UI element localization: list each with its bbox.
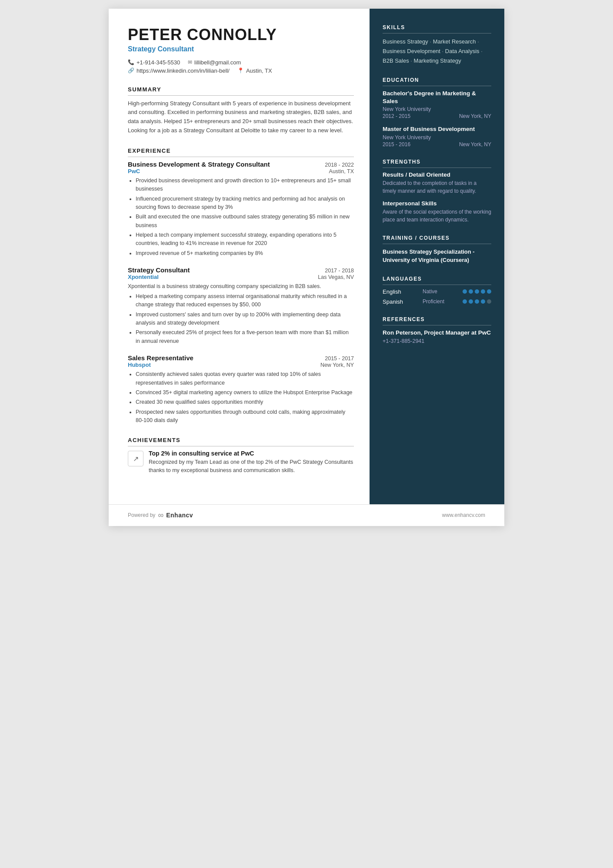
strength-item-results: Results / Detail Oriented Dedicated to t… — [383, 171, 491, 195]
contact-row-1: 📞 +1-914-345-5530 ✉ lillibell@gmail.com — [128, 59, 354, 66]
lang-name-spanish: Spanish — [383, 298, 413, 305]
exp-title-xpontential: Strategy Consultant — [128, 266, 190, 274]
edu-degree-master: Master of Business Development — [383, 125, 491, 133]
references-section: REFERENCES Ron Peterson, Project Manager… — [383, 316, 491, 345]
dot — [463, 289, 467, 294]
edu-degree-bachelor: Bachelor's Degree in Marketing & Sales — [383, 90, 491, 105]
language-item-english: English Native — [383, 288, 491, 295]
languages-title: LANGUAGES — [383, 276, 491, 285]
edu-dates-master: 2015 - 2016 New York, NY — [383, 141, 491, 147]
dot — [481, 289, 485, 294]
edu-location: New York, NY — [459, 113, 491, 119]
strengths-title: STRENGTHS — [383, 159, 491, 168]
skills-text: Business Strategy · Market Research · Bu… — [383, 37, 491, 66]
phone-number: +1-914-345-5530 — [137, 59, 180, 66]
exp-bullet: Built and executed the one massive outbo… — [136, 213, 354, 230]
exp-desc-xpontential: Xpontential is a business strategy consu… — [128, 282, 354, 291]
experience-item-pwc: Business Development & Strategy Consulta… — [128, 161, 354, 258]
training-text: Business Strategy Specialization - Unive… — [383, 248, 491, 265]
left-column: PETER CONNOLLY Strategy Consultant 📞 +1-… — [109, 9, 370, 504]
dot — [475, 289, 479, 294]
strength-item-interpersonal: Interpersonal Skills Aware of the social… — [383, 200, 491, 224]
resume-wrapper: PETER CONNOLLY Strategy Consultant 📞 +1-… — [109, 9, 504, 526]
exp-bullet: Influenced procurement strategy by track… — [136, 195, 354, 212]
reference-name: Ron Peterson, Project Manager at PwC — [383, 329, 491, 337]
lang-dots-spanish — [463, 299, 491, 304]
language-item-spanish: Spanish Proficient — [383, 298, 491, 305]
exp-dates-xpontential: 2017 - 2018 — [325, 268, 354, 274]
achievement-icon: ↗ — [133, 455, 139, 463]
strength-desc-results: Dedicated to the completion of tasks in … — [383, 179, 491, 195]
footer-left: Powered by ∞ Enhancv — [128, 511, 193, 520]
education-item-master: Master of Business Development New York … — [383, 125, 491, 147]
dot — [487, 289, 491, 294]
location-text: Austin, TX — [246, 67, 272, 74]
training-section: TRAINING / COURSES Business Strategy Spe… — [383, 235, 491, 265]
languages-section: LANGUAGES English Native Spanish Profici… — [383, 276, 491, 305]
achievements-title: ACHIEVEMENTS — [128, 437, 354, 446]
experience-title: EXPERIENCE — [128, 147, 354, 157]
exp-bullets-hubspot: Consistently achieved sales quotas every… — [128, 370, 354, 425]
exp-bullet: Created 30 new qualified sales opportuni… — [136, 398, 354, 406]
summary-title: SUMMARY — [128, 86, 354, 96]
exp-location-pwc: Austin, TX — [329, 168, 354, 174]
exp-bullets-xpontential: Helped a marketing company assess intern… — [128, 292, 354, 345]
skills-title: SKILLS — [383, 24, 491, 34]
exp-sub-xpontential: Xpontential Las Vegas, NV — [128, 274, 354, 280]
skill-item: Marketing Strategy — [414, 57, 461, 64]
skill-item: Business Development — [383, 48, 440, 54]
exp-bullet: Helped a tech company implement successf… — [136, 231, 354, 248]
strength-title-interpersonal: Interpersonal Skills — [383, 200, 491, 207]
dot — [475, 299, 479, 304]
experience-item-hubspot: Sales Representative 2015 - 2017 Hubspot… — [128, 354, 354, 425]
enhancv-brand: Enhancv — [166, 512, 193, 519]
resume-body: PETER CONNOLLY Strategy Consultant 📞 +1-… — [109, 9, 504, 504]
phone-contact: 📞 +1-914-345-5530 — [128, 59, 180, 66]
exp-dates-hubspot: 2015 - 2017 — [325, 355, 354, 362]
exp-dates-pwc: 2018 - 2022 — [325, 162, 354, 168]
reference-phone: +1-371-885-2941 — [383, 338, 491, 344]
experience-section: EXPERIENCE Business Development & Strate… — [128, 147, 354, 425]
strength-title-results: Results / Detail Oriented — [383, 171, 491, 178]
edu-dates-bachelor: 2012 - 2015 New York, NY — [383, 113, 491, 119]
linkedin-icon: 🔗 — [128, 67, 134, 74]
experience-item-xpontential: Strategy Consultant 2017 - 2018 Xpontent… — [128, 266, 354, 345]
exp-bullet: Helped a marketing company assess intern… — [136, 292, 354, 309]
candidate-title: Strategy Consultant — [128, 45, 354, 53]
footer-website: www.enhancv.com — [442, 512, 485, 518]
achievement-item: ↗ Top 2% in consulting service at PwC Re… — [128, 450, 354, 475]
references-title: REFERENCES — [383, 316, 491, 325]
exp-location-xpontential: Las Vegas, NV — [318, 274, 354, 280]
location-contact: 📍 Austin, TX — [237, 67, 272, 74]
achievement-content: Top 2% in consulting service at PwC Reco… — [149, 450, 354, 475]
email-icon: ✉ — [188, 59, 192, 65]
exp-company-pwc: PwC — [128, 168, 140, 174]
summary-text: High-performing Strategy Consultant with… — [128, 99, 354, 135]
lang-level-english: Native — [423, 288, 453, 295]
exp-location-hubspot: New York, NY — [320, 362, 354, 368]
location-icon: 📍 — [237, 67, 244, 74]
exp-bullet: Convinced 35+ digital marketing agency o… — [136, 389, 354, 397]
edu-dates: 2012 - 2015 — [383, 113, 410, 119]
exp-title-hubspot: Sales Representative — [128, 354, 193, 362]
dot — [481, 299, 485, 304]
training-title: TRAINING / COURSES — [383, 235, 491, 244]
lang-name-english: English — [383, 288, 413, 295]
achievement-item-title: Top 2% in consulting service at PwC — [149, 450, 354, 457]
exp-header-xpontential: Strategy Consultant 2017 - 2018 — [128, 266, 354, 274]
edu-dates: 2015 - 2016 — [383, 141, 410, 147]
exp-title-pwc: Business Development & Strategy Consulta… — [128, 161, 270, 168]
edu-school-bachelor: New York University — [383, 106, 491, 112]
linkedin-url: https://www.linkedin.com/in/lilian-bell/ — [137, 67, 230, 74]
exp-bullet: Prospected new sales opportunities throu… — [136, 408, 354, 425]
enhancv-logo-icon: ∞ — [158, 511, 163, 520]
powered-by-text: Powered by — [128, 512, 155, 518]
exp-bullet: Improved customers' sales and turn over … — [136, 311, 354, 328]
contact-row-2: 🔗 https://www.linkedin.com/in/lilian-bel… — [128, 67, 354, 74]
strength-desc-interpersonal: Aware of the social expectations of the … — [383, 208, 491, 224]
lang-dots-english — [463, 289, 491, 294]
edu-location: New York, NY — [459, 141, 491, 147]
exp-bullet: Personally executed 25% of project fees … — [136, 328, 354, 345]
exp-header-hubspot: Sales Representative 2015 - 2017 — [128, 354, 354, 362]
candidate-name: PETER CONNOLLY — [128, 26, 354, 44]
